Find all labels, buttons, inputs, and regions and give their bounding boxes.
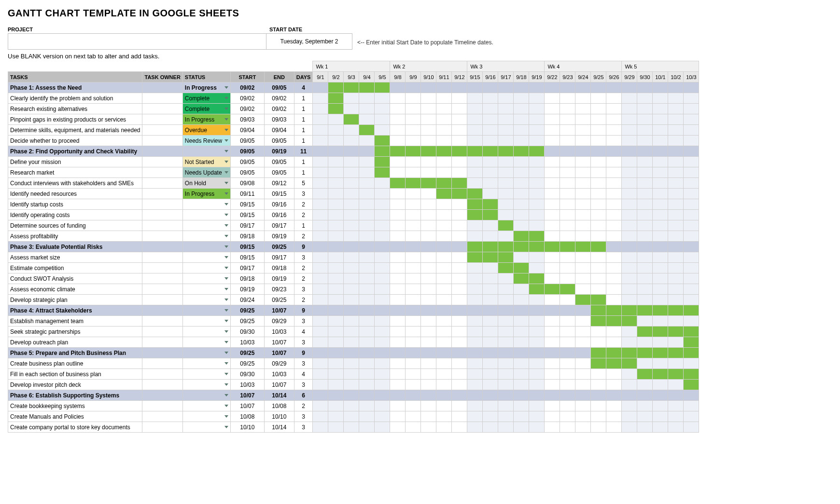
days-cell[interactable]: 9 (294, 242, 313, 252)
task-cell[interactable]: Phase 6: Establish Supporting Systems (8, 390, 142, 401)
end-cell[interactable]: 10/14 (264, 422, 294, 433)
end-cell[interactable]: 09/25 (264, 242, 294, 252)
end-cell[interactable]: 10/14 (264, 390, 294, 401)
task-cell[interactable]: Clearly identify the problem and solutio… (8, 93, 142, 104)
task-cell[interactable]: Identify startup costs (8, 199, 142, 210)
task-cell[interactable]: Phase 4: Attract Stakeholders (8, 305, 142, 316)
task-cell[interactable]: Assess economic climate (8, 284, 142, 295)
end-cell[interactable]: 09/03 (264, 114, 294, 125)
end-cell[interactable]: 10/03 (264, 327, 294, 337)
task-cell[interactable]: Develop investor pitch deck (8, 380, 142, 390)
owner-cell[interactable] (142, 316, 182, 327)
start-cell[interactable]: 10/07 (230, 401, 264, 411)
days-cell[interactable]: 11 (294, 146, 313, 157)
days-cell[interactable]: 2 (294, 295, 313, 305)
status-dropdown[interactable] (182, 348, 230, 358)
start-cell[interactable]: 10/03 (230, 337, 264, 348)
start-cell[interactable]: 09/15 (230, 210, 264, 220)
owner-cell[interactable] (142, 146, 182, 157)
days-cell[interactable]: 3 (294, 284, 313, 295)
days-cell[interactable]: 2 (294, 210, 313, 220)
task-cell[interactable]: Create Manuals and Policies (8, 411, 142, 422)
status-dropdown[interactable] (182, 327, 230, 337)
status-dropdown[interactable] (182, 220, 230, 231)
owner-cell[interactable] (142, 284, 182, 295)
end-cell[interactable]: 10/03 (264, 369, 294, 380)
days-cell[interactable]: 9 (294, 348, 313, 358)
task-cell[interactable]: Conduct interviews with stakeholders and… (8, 178, 142, 189)
end-cell[interactable]: 10/08 (264, 401, 294, 411)
task-cell[interactable]: Estimate competition (8, 263, 142, 273)
start-cell[interactable]: 09/05 (230, 136, 264, 146)
end-cell[interactable]: 09/05 (264, 167, 294, 178)
owner-cell[interactable] (142, 337, 182, 348)
start-cell[interactable]: 09/15 (230, 242, 264, 252)
status-dropdown[interactable]: Complete (182, 104, 230, 114)
start-cell[interactable]: 09/05 (230, 167, 264, 178)
owner-cell[interactable] (142, 157, 182, 167)
owner-cell[interactable] (142, 167, 182, 178)
task-cell[interactable]: Phase 1: Assess the Need (8, 82, 142, 93)
owner-cell[interactable] (142, 104, 182, 114)
start-date-value[interactable]: Tuesday, September 2 (266, 33, 352, 50)
owner-cell[interactable] (142, 305, 182, 316)
end-cell[interactable]: 09/19 (264, 146, 294, 157)
end-cell[interactable]: 09/16 (264, 199, 294, 210)
days-cell[interactable]: 2 (294, 273, 313, 284)
task-cell[interactable]: Fill in each section of business plan (8, 369, 142, 380)
task-cell[interactable]: Research existing alternatives (8, 104, 142, 114)
owner-cell[interactable] (142, 358, 182, 369)
days-cell[interactable]: 1 (294, 93, 313, 104)
owner-cell[interactable] (142, 369, 182, 380)
start-cell[interactable]: 09/11 (230, 189, 264, 199)
start-cell[interactable]: 09/18 (230, 273, 264, 284)
task-cell[interactable]: Develop outreach plan (8, 337, 142, 348)
task-cell[interactable]: Create company portal to store key docum… (8, 422, 142, 433)
end-cell[interactable]: 10/07 (264, 337, 294, 348)
days-cell[interactable]: 3 (294, 422, 313, 433)
task-cell[interactable]: Create bookkeeping systems (8, 401, 142, 411)
owner-cell[interactable] (142, 210, 182, 220)
start-cell[interactable]: 09/05 (230, 157, 264, 167)
start-cell[interactable]: 09/15 (230, 199, 264, 210)
owner-cell[interactable] (142, 231, 182, 242)
end-cell[interactable]: 09/18 (264, 263, 294, 273)
end-cell[interactable]: 10/07 (264, 348, 294, 358)
start-cell[interactable]: 09/02 (230, 104, 264, 114)
start-cell[interactable]: 09/18 (230, 231, 264, 242)
status-dropdown[interactable]: Not Started (182, 157, 230, 167)
days-cell[interactable]: 3 (294, 411, 313, 422)
owner-cell[interactable] (142, 401, 182, 411)
status-dropdown[interactable] (182, 231, 230, 242)
end-cell[interactable]: 09/04 (264, 125, 294, 136)
status-dropdown[interactable]: On Hold (182, 178, 230, 189)
owner-cell[interactable] (142, 252, 182, 263)
end-cell[interactable]: 09/25 (264, 295, 294, 305)
end-cell[interactable]: 09/05 (264, 82, 294, 93)
end-cell[interactable]: 09/19 (264, 231, 294, 242)
status-dropdown[interactable] (182, 199, 230, 210)
status-dropdown[interactable] (182, 411, 230, 422)
owner-cell[interactable] (142, 348, 182, 358)
days-cell[interactable]: 3 (294, 380, 313, 390)
start-cell[interactable]: 09/17 (230, 263, 264, 273)
task-cell[interactable]: Phase 2: Find Opportunity and Check Viab… (8, 146, 142, 157)
status-dropdown[interactable] (182, 358, 230, 369)
end-cell[interactable]: 09/19 (264, 273, 294, 284)
days-cell[interactable]: 9 (294, 305, 313, 316)
owner-cell[interactable] (142, 380, 182, 390)
task-cell[interactable]: Research market (8, 167, 142, 178)
status-dropdown[interactable] (182, 242, 230, 252)
start-cell[interactable]: 09/03 (230, 114, 264, 125)
owner-cell[interactable] (142, 295, 182, 305)
days-cell[interactable]: 1 (294, 114, 313, 125)
days-cell[interactable]: 2 (294, 231, 313, 242)
days-cell[interactable]: 1 (294, 104, 313, 114)
task-cell[interactable]: Determine sources of funding (8, 220, 142, 231)
owner-cell[interactable] (142, 411, 182, 422)
days-cell[interactable]: 4 (294, 369, 313, 380)
start-cell[interactable]: 09/25 (230, 305, 264, 316)
status-dropdown[interactable] (182, 146, 230, 157)
status-dropdown[interactable]: In Progress (182, 189, 230, 199)
task-cell[interactable]: Seek strategic partnerships (8, 327, 142, 337)
